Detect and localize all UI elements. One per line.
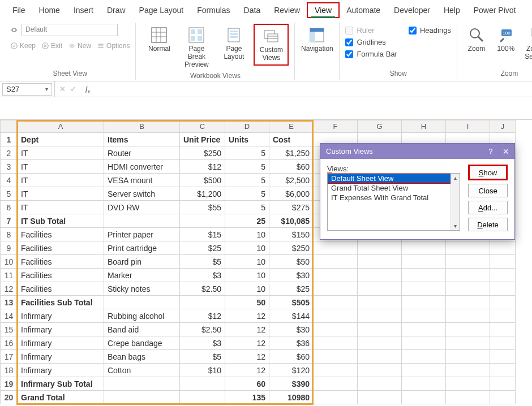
cell[interactable] [402, 323, 446, 336]
cell[interactable]: Facilities Sub Total [18, 296, 104, 309]
row-header[interactable]: 11 [1, 269, 18, 282]
cell[interactable] [358, 323, 402, 336]
cell[interactable]: IT Sub Total [18, 214, 104, 228]
cell[interactable]: VESA mount [104, 174, 180, 187]
cell[interactable]: $120 [269, 364, 314, 377]
cell[interactable]: 50 [225, 296, 269, 309]
row-header[interactable]: 7 [1, 214, 18, 228]
cell[interactable]: Bean bags [104, 350, 180, 364]
listbox-scrollbar[interactable]: ▴▾ [451, 174, 460, 230]
cell[interactable] [446, 350, 490, 364]
close-button[interactable]: Close [468, 184, 508, 197]
cell[interactable]: Infirmary [18, 336, 104, 350]
cell[interactable] [490, 323, 516, 336]
col-header-A[interactable]: A [18, 120, 104, 133]
row-header[interactable]: 5 [1, 187, 18, 201]
exit-button[interactable]: Exit [41, 42, 62, 50]
cell[interactable]: $275 [269, 201, 314, 214]
views-list-item[interactable]: IT Expenses With Grand Total [328, 193, 460, 202]
cell[interactable]: $30 [269, 269, 314, 282]
col-header-B[interactable]: B [104, 120, 180, 133]
cell[interactable] [402, 296, 446, 309]
cell[interactable] [402, 391, 446, 404]
cell[interactable]: Infirmary Sub Total [18, 377, 104, 391]
cell[interactable] [314, 364, 358, 377]
cell[interactable]: 5 [225, 174, 269, 187]
cell[interactable] [314, 255, 358, 269]
cell[interactable]: Infirmary [18, 364, 104, 377]
cell[interactable] [490, 282, 516, 296]
cell[interactable] [180, 214, 225, 228]
show-button[interactable]: Show [468, 165, 508, 180]
name-box[interactable]: S27▾ [2, 83, 52, 96]
cell[interactable] [358, 336, 402, 350]
cell[interactable]: 12 [225, 364, 269, 377]
cell[interactable]: $12 [180, 309, 225, 323]
cell[interactable]: $60 [269, 350, 314, 364]
cell[interactable]: $5 [180, 255, 225, 269]
dialog-help-button[interactable]: ? [488, 147, 492, 156]
cell[interactable] [358, 364, 402, 377]
cell[interactable]: $250 [269, 241, 314, 255]
cell[interactable] [402, 336, 446, 350]
cell[interactable] [490, 269, 516, 282]
cell[interactable] [402, 364, 446, 377]
cell[interactable] [446, 269, 490, 282]
cell[interactable] [490, 377, 516, 391]
cell[interactable]: 10 [225, 282, 269, 296]
cell[interactable]: $2,500 [269, 174, 314, 187]
cell[interactable] [180, 391, 225, 404]
keep-button[interactable]: Keep [10, 42, 36, 50]
cell[interactable] [446, 323, 490, 336]
row-header[interactable]: 2 [1, 146, 18, 160]
col-header-I[interactable]: I [446, 120, 490, 133]
cell[interactable] [490, 309, 516, 323]
views-list-item[interactable]: Default Sheet View [327, 173, 460, 184]
cell[interactable]: $50 [269, 255, 314, 269]
cell[interactable] [402, 377, 446, 391]
row-header[interactable]: 18 [1, 364, 18, 377]
row-header[interactable]: 8 [1, 228, 18, 241]
cell[interactable]: Server switch [104, 187, 180, 201]
cell[interactable] [104, 214, 180, 228]
cell[interactable] [446, 241, 490, 255]
cell[interactable] [314, 282, 358, 296]
enter-formula-icon[interactable]: ✓ [70, 85, 76, 93]
cancel-formula-icon[interactable]: ✕ [59, 85, 66, 93]
cell[interactable]: 135 [225, 391, 269, 404]
cell[interactable]: Facilities [18, 241, 104, 255]
cell[interactable]: Rubbing alcohol [104, 309, 180, 323]
zoom-to-selection-button[interactable]: Zoom to Selection [522, 24, 532, 63]
headings-checkbox[interactable]: Headings [409, 26, 451, 34]
cell[interactable]: $36 [269, 336, 314, 350]
cell[interactable]: 5 [225, 201, 269, 214]
page-layout-button[interactable]: Page Layout [216, 24, 251, 63]
cell[interactable]: Cost [269, 133, 314, 146]
cell[interactable]: Band aid [104, 323, 180, 336]
gridlines-checkbox[interactable]: Gridlines [345, 38, 397, 46]
cell[interactable] [314, 269, 358, 282]
cell[interactable] [358, 241, 402, 255]
row-header[interactable]: 14 [1, 309, 18, 323]
dialog-close-button[interactable]: × [503, 148, 509, 155]
cell[interactable] [490, 296, 516, 309]
cell[interactable]: $2.50 [180, 323, 225, 336]
menu-developer[interactable]: Developer [387, 3, 437, 17]
zoom-button[interactable]: Zoom [463, 24, 490, 55]
cell[interactable] [490, 255, 516, 269]
cell[interactable]: $2.50 [180, 282, 225, 296]
col-header-C[interactable]: C [180, 120, 225, 133]
cell[interactable]: $15 [180, 228, 225, 241]
cell[interactable]: $6,000 [269, 187, 314, 201]
cell[interactable]: Items [104, 133, 180, 146]
menu-insert[interactable]: Insert [67, 3, 100, 17]
zoom-100-button[interactable]: 100 100% [492, 24, 520, 55]
cell[interactable]: Facilities [18, 282, 104, 296]
views-listbox[interactable]: Default Sheet ViewGrand Total Sheet View… [327, 173, 460, 231]
cell[interactable]: $10,085 [269, 214, 314, 228]
cell[interactable] [358, 296, 402, 309]
cell[interactable] [402, 350, 446, 364]
cell[interactable]: Infirmary [18, 309, 104, 323]
cell[interactable]: Grand Total [18, 391, 104, 404]
cell[interactable]: $505 [269, 296, 314, 309]
